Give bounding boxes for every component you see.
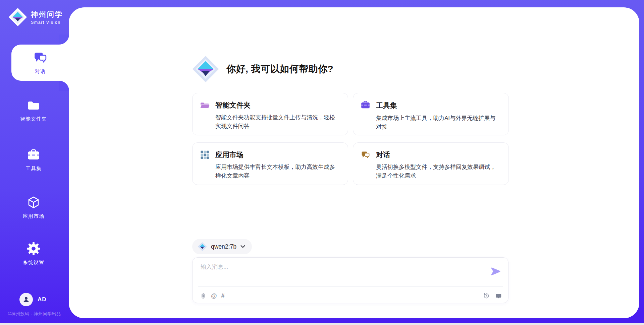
feature-cards: 智能文件夹 智能文件夹功能支持批量文件上传与清洗，轻松实现文件问答 工具集 集成…: [192, 93, 509, 185]
card-toolset[interactable]: 工具集 集成市场上主流工具，助力AI与外界无缝扩展与对接: [353, 93, 509, 135]
window-bottom-edge: [0, 323, 644, 325]
brand-subtitle: Smart Vision: [31, 20, 63, 25]
chat-icon: [33, 51, 47, 66]
main-panel: 你好, 我可以如何帮助你? 智能文件夹 智能文件夹功能支持批量文件上传与清洗，轻…: [69, 7, 639, 318]
history-icon[interactable]: [483, 292, 490, 300]
greeting: 你好, 我可以如何帮助你?: [192, 54, 333, 84]
card-title: 对话: [376, 150, 390, 159]
at-icon[interactable]: @: [211, 292, 217, 300]
sidebar-item-settings[interactable]: 系统设置: [6, 242, 61, 266]
message-input[interactable]: [201, 263, 482, 284]
sidebar-item-tools[interactable]: 工具集: [6, 148, 61, 172]
folder-open-icon: [200, 101, 210, 110]
app-logo: 神州问学 Smart Vision: [8, 7, 63, 27]
sidebar-item-chat[interactable]: 对话: [11, 45, 69, 81]
tab-curve-bottom: [59, 81, 69, 91]
message-icon[interactable]: [495, 292, 502, 300]
card-title: 应用市场: [215, 150, 244, 159]
card-smart-folder[interactable]: 智能文件夹 智能文件夹功能支持批量文件上传与清洗，轻松实现文件问答: [192, 93, 348, 135]
sidebar: 神州问学 Smart Vision 对话 智能文件夹: [0, 0, 69, 325]
sidebar-item-label: 应用市场: [6, 213, 61, 219]
sidebar-item-label: 智能文件夹: [6, 116, 61, 122]
tab-curve-top: [59, 35, 69, 45]
cube-icon: [27, 204, 40, 210]
greeting-title: 你好, 我可以如何帮助你?: [226, 63, 333, 75]
message-composer: @ #: [192, 257, 508, 303]
composer-divider: [198, 286, 503, 287]
card-description: 智能文件夹功能支持批量文件上传与清洗，轻松实现文件问答: [215, 113, 339, 131]
sidebar-item-label: 系统设置: [6, 259, 61, 266]
gear-icon: [27, 251, 40, 256]
card-app-market[interactable]: 应用市场 应用市场提供丰富长文本模板，助力高效生成多样化文章内容: [192, 142, 348, 185]
brand-diamond-icon: [8, 7, 28, 27]
paperclip-icon[interactable]: [199, 292, 207, 300]
person-icon: [22, 296, 30, 304]
sidebar-item-label: 对话: [35, 68, 46, 75]
card-title: 智能文件夹: [215, 101, 251, 110]
briefcase-icon: [27, 157, 40, 162]
send-icon[interactable]: [491, 267, 501, 276]
brand-diamond-icon: [198, 242, 207, 251]
avatar: [19, 293, 33, 306]
copyright-text: ©神州数码 · 神州问学出品: [0, 311, 69, 317]
composer-toolbar: @ #: [199, 290, 502, 301]
sidebar-item-label: 工具集: [6, 166, 61, 172]
card-description: 集成市场上主流工具，助力AI与外界无缝扩展与对接: [376, 114, 500, 131]
card-description: 应用市场提供丰富长文本模板，助力高效生成多样化文章内容: [215, 163, 339, 180]
brand-diamond-icon: [192, 54, 220, 84]
folder-icon: [27, 107, 40, 113]
chat-icon: [361, 150, 370, 159]
hash-icon[interactable]: #: [221, 292, 225, 300]
user-name: AD: [38, 296, 47, 303]
grid-icon: [200, 150, 210, 159]
user-account[interactable]: AD: [19, 293, 47, 306]
brand-name: 神州问学: [31, 10, 63, 19]
sidebar-item-market[interactable]: 应用市场: [6, 196, 61, 219]
model-name: qwen2:7b: [211, 243, 236, 250]
card-title: 工具集: [376, 101, 397, 110]
chevron-down-icon: [240, 245, 245, 248]
card-description: 灵活切换多模型文件，支持多样回复效果调试，满足个性化需求: [376, 163, 500, 180]
briefcase-icon: [361, 101, 370, 111]
card-chat[interactable]: 对话 灵活切换多模型文件，支持多样回复效果调试，满足个性化需求: [353, 142, 509, 185]
model-selector[interactable]: qwen2:7b: [192, 239, 252, 254]
sidebar-item-folders[interactable]: 智能文件夹: [6, 99, 61, 122]
